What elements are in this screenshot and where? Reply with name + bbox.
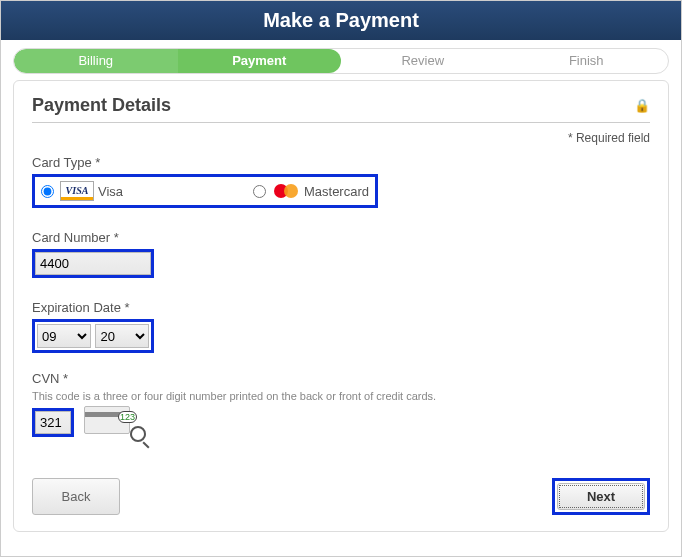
magnifier-icon xyxy=(130,426,146,442)
cvn-input[interactable] xyxy=(35,411,71,434)
cvn-help-text: This code is a three or four digit numbe… xyxy=(32,390,650,402)
card-type-visa-option[interactable]: VISA Visa xyxy=(41,181,123,201)
step-billing: Billing xyxy=(14,49,178,73)
next-button[interactable]: Next xyxy=(557,483,645,510)
cvn-highlight xyxy=(32,408,74,437)
card-number-label: Card Number * xyxy=(32,230,650,245)
card-type-label: Card Type * xyxy=(32,155,650,170)
progress-bar: Billing Payment Review Finish xyxy=(1,40,681,80)
page-title: Make a Payment xyxy=(263,9,419,31)
section-title: Payment Details xyxy=(32,95,171,116)
mastercard-label: Mastercard xyxy=(304,184,369,199)
card-number-input[interactable] xyxy=(35,252,151,275)
card-number-highlight xyxy=(32,249,154,278)
card-type-highlight: VISA Visa Mastercard xyxy=(32,174,378,208)
cvn-label: CVN * xyxy=(32,371,650,386)
expiration-date-label: Expiration Date * xyxy=(32,300,650,315)
card-type-visa-radio[interactable] xyxy=(41,185,54,198)
required-field-note: * Required field xyxy=(32,131,650,145)
lock-icon: 🔒 xyxy=(634,98,650,113)
next-button-highlight: Next xyxy=(552,478,650,515)
expiration-month-select[interactable]: 09 xyxy=(37,324,91,348)
visa-logo-icon: VISA xyxy=(60,181,94,201)
expiration-year-select[interactable]: 20 xyxy=(95,324,149,348)
cvn-help-icon[interactable]: 123 xyxy=(84,406,130,438)
card-type-mastercard-radio[interactable] xyxy=(253,185,266,198)
step-payment: Payment xyxy=(178,49,342,73)
back-button[interactable]: Back xyxy=(32,478,120,515)
card-type-group: VISA Visa Mastercard xyxy=(35,177,375,205)
card-type-mastercard-option[interactable]: Mastercard xyxy=(253,182,369,200)
step-review: Review xyxy=(341,49,505,73)
visa-label: Visa xyxy=(98,184,123,199)
mastercard-logo-icon xyxy=(272,182,300,200)
step-finish: Finish xyxy=(505,49,669,73)
page-header: Make a Payment xyxy=(1,1,681,40)
expiration-highlight: 09 20 xyxy=(32,319,154,353)
payment-details-card: Payment Details 🔒 * Required field Card … xyxy=(13,80,669,532)
